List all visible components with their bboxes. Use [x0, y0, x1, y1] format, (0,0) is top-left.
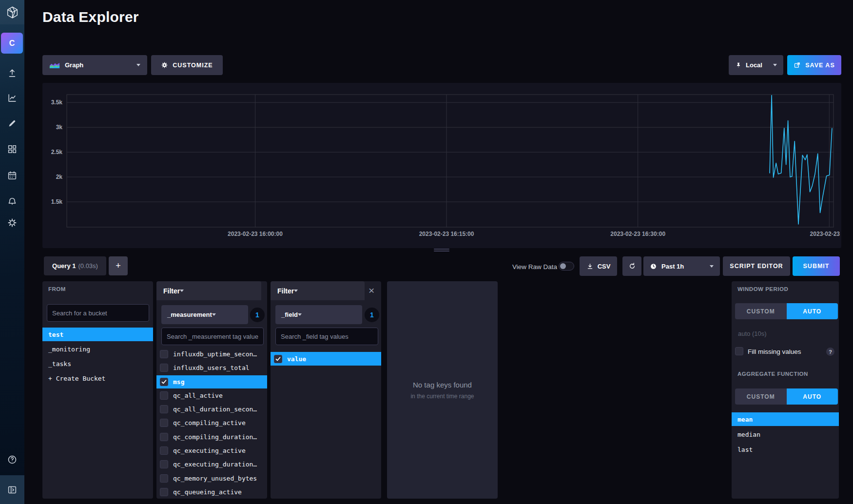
view-raw-data-toggle[interactable]	[559, 262, 574, 271]
upload-icon	[7, 68, 18, 78]
measurement-row[interactable]: qc_compiling_active	[156, 416, 267, 429]
empty-state-subtitle: in the current time range	[387, 393, 498, 400]
submit-button[interactable]: SUBMIT	[793, 256, 840, 276]
aggregate-function-row[interactable]: mean	[732, 412, 839, 426]
checkbox-unchecked[interactable]	[160, 488, 168, 496]
checkbox-checked[interactable]	[274, 355, 282, 363]
measurement-key-dropdown[interactable]: _measurement	[161, 305, 248, 324]
aggregate-function-row-label: median	[737, 431, 760, 438]
checkbox-unchecked[interactable]	[160, 460, 168, 468]
field-filter-card: Filter × _field 1 value	[271, 281, 381, 499]
measurement-row[interactable]: qc_executing_active	[156, 444, 267, 457]
download-icon	[586, 263, 594, 270]
window-custom-button[interactable]: CUSTOM	[735, 303, 787, 319]
remove-filter-icon[interactable]: ×	[368, 285, 374, 295]
refresh-button[interactable]	[622, 256, 641, 276]
field-row[interactable]: value	[271, 352, 381, 366]
aggregate-function-row[interactable]: median	[732, 427, 839, 441]
query-tab-label: Query 1	[52, 262, 76, 270]
field-list: value	[271, 352, 381, 366]
checkbox-unchecked[interactable]	[160, 419, 168, 427]
checkbox-unchecked[interactable]	[160, 474, 168, 483]
measurement-row-label: qc_executing_active	[173, 447, 246, 454]
time-zone-dropdown[interactable]: Local	[729, 55, 783, 75]
sidebar-item-tasks[interactable]	[0, 165, 24, 186]
sidebar-item-upload[interactable]	[0, 62, 24, 84]
help-icon[interactable]: ?	[826, 348, 834, 356]
sidebar-item-notebooks[interactable]	[0, 113, 24, 134]
sidebar-item-settings[interactable]	[0, 212, 24, 233]
svg-text:2023-02-23 16:30:00: 2023-02-23 16:30:00	[610, 231, 665, 237]
bucket-search-input[interactable]	[47, 304, 149, 322]
sidebar-item-data-explorer[interactable]	[0, 87, 24, 109]
measurement-row-label: qc_compiling_active	[173, 419, 246, 426]
fill-missing-checkbox[interactable]	[735, 347, 743, 355]
checkbox-unchecked[interactable]	[160, 391, 168, 400]
page-title: Data Explorer	[42, 9, 139, 25]
sidebar-item-help[interactable]	[0, 449, 24, 470]
bucket-row[interactable]: + Create Bucket	[42, 371, 153, 385]
query-tab[interactable]: Query 1 (0.03s)	[44, 256, 106, 275]
measurement-row-label: influxdb_users_total	[173, 364, 250, 371]
measurement-row[interactable]: qc_all_active	[156, 389, 267, 402]
measurement-row-label: influxdb_uptime_secon…	[173, 350, 257, 358]
measurement-row-label: qc_executing_duration…	[173, 461, 257, 468]
empty-state-title: No tag keys found	[387, 381, 498, 389]
sidebar-item-alerts[interactable]	[0, 191, 24, 213]
measurement-row[interactable]: qc_executing_duration…	[156, 458, 267, 471]
save-as-label: SAVE AS	[805, 62, 835, 69]
measurement-row[interactable]: influxdb_users_total	[156, 361, 267, 374]
checkbox-unchecked[interactable]	[160, 433, 168, 441]
script-editor-button[interactable]: SCRIPT EDITOR	[723, 256, 790, 276]
field-search-input[interactable]	[275, 328, 378, 345]
measurement-row-label: msg	[173, 378, 184, 386]
bucket-row[interactable]: test	[42, 328, 153, 341]
measurement-row[interactable]: qc_memory_unused_bytes	[156, 471, 267, 485]
measurement-row[interactable]: influxdb_uptime_secon…	[156, 348, 267, 361]
gear-icon	[7, 217, 18, 228]
measurement-row[interactable]: qc_compiling_duration…	[156, 430, 267, 444]
org-avatar[interactable]: C	[1, 33, 23, 54]
visualization-type-dropdown[interactable]: Graph	[42, 55, 147, 75]
measurement-row[interactable]: msg	[156, 375, 267, 388]
aggregate-function-title: AGGREGATE FUNCTION	[737, 371, 808, 377]
field-key-label: _field	[281, 311, 298, 318]
customize-label: CUSTOMIZE	[173, 62, 213, 69]
csv-download-button[interactable]: CSV	[580, 256, 617, 276]
save-as-button[interactable]: SAVE AS	[787, 55, 841, 75]
measurement-row[interactable]: qc_queueing_active	[156, 485, 267, 499]
influxdb-logo[interactable]	[0, 0, 24, 24]
svg-text:3k: 3k	[56, 124, 63, 131]
sidebar-item-expand-nav[interactable]	[0, 475, 24, 504]
resize-drag-handle[interactable]	[434, 249, 449, 252]
filter-type-dropdown[interactable]: Filter	[271, 281, 365, 300]
checkbox-unchecked[interactable]	[160, 446, 168, 455]
submit-label: SUBMIT	[803, 263, 830, 270]
fill-missing-label: Fill missing values	[748, 348, 801, 355]
aggregate-custom-button[interactable]: CUSTOM	[735, 388, 787, 405]
sidebar-item-dashboards[interactable]	[0, 138, 24, 160]
chevron-down-icon	[710, 265, 714, 268]
field-key-dropdown[interactable]: _field	[275, 305, 362, 324]
time-series-chart[interactable]: 1.5k2k2.5k3k3.5k2023-02-23 16:00:002023-…	[42, 83, 841, 248]
svg-text:3.5k: 3.5k	[51, 99, 63, 106]
filter-title: Filter	[277, 287, 294, 295]
checkbox-checked[interactable]	[160, 378, 168, 386]
add-query-button[interactable]: +	[109, 256, 128, 275]
chevron-down-icon	[294, 290, 298, 292]
measurement-search-input[interactable]	[161, 328, 264, 345]
bucket-row[interactable]: _tasks	[42, 357, 153, 370]
customize-button[interactable]: CUSTOMIZE	[151, 55, 223, 75]
aggregate-function-row[interactable]: last	[732, 443, 839, 456]
bucket-row[interactable]: _monitoring	[42, 342, 153, 356]
line-graph-icon	[7, 93, 18, 103]
aggregate-auto-button[interactable]: AUTO	[787, 388, 838, 405]
time-range-dropdown[interactable]: Past 1h	[643, 256, 720, 276]
measurement-row[interactable]: qc_all_duration_secon…	[156, 403, 267, 416]
filter-type-dropdown[interactable]: Filter	[156, 281, 261, 300]
measurement-row-label: qc_queueing_active	[173, 488, 242, 496]
window-auto-button[interactable]: AUTO	[787, 303, 838, 319]
checkbox-unchecked[interactable]	[160, 364, 168, 372]
checkbox-unchecked[interactable]	[160, 405, 168, 413]
checkbox-unchecked[interactable]	[160, 350, 168, 358]
